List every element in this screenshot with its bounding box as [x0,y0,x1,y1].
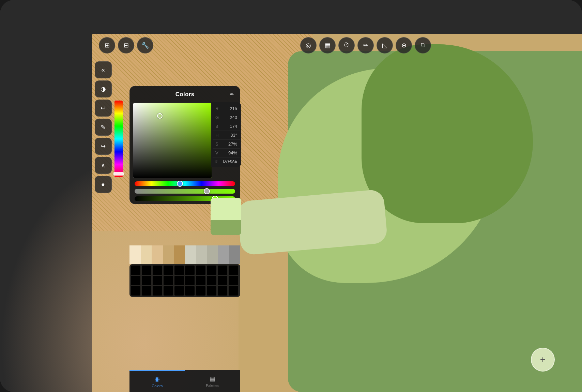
hue-strip-marker [113,172,124,176]
swatch-item[interactable] [218,245,229,264]
toolbar-center-group: ◎ ▦ ⏱ ✏ ◺ ⊖ ⧉ [156,37,575,54]
undo-button[interactable]: ↩ [95,100,112,117]
hex-value-row: # D7F0AE [213,157,240,165]
brush-tool-button[interactable]: ✎ [95,119,112,136]
grid-swatch-item[interactable] [229,266,238,275]
grid-swatch-item[interactable] [207,266,216,275]
grid-swatch-item[interactable] [196,276,205,285]
grid-large-icon: ⊟ [124,42,129,49]
swatch-item[interactable] [185,245,196,264]
back-button[interactable]: « [95,61,112,78]
grid-swatch-item[interactable] [164,276,173,285]
preview-previous-color [211,220,241,235]
swatch-item[interactable] [163,245,174,264]
grid-swatch-item[interactable] [185,286,195,296]
panel-header: Colors ✒ [130,86,240,103]
palettes-tab-label: Palettes [206,383,219,388]
picker-gradient-bg [133,103,212,178]
s-value: 27% [228,141,237,147]
grid-swatch-item[interactable] [229,276,238,285]
left-sidebar: « ◑ ↩ ✎ ↪ ∧ ● [92,58,114,196]
tab-colors[interactable]: ◉ Colors [129,370,185,392]
clock-icon: ⏱ [343,42,350,49]
settings-button[interactable]: 🔧 [137,37,153,54]
swatch-item[interactable] [196,245,207,264]
colors-tab-label: Colors [152,384,163,388]
grid-swatch-item[interactable] [174,276,184,285]
grid-swatch-item[interactable] [218,266,227,275]
hue-slider[interactable] [135,181,235,186]
grid-swatch-item[interactable] [218,286,227,296]
smooth-button[interactable]: ∧ [95,157,112,174]
swatch-item[interactable] [129,245,141,264]
saturation-slider[interactable] [135,189,235,194]
grid-swatch-item[interactable] [196,266,205,275]
hex-value: D7F0AE [223,159,237,163]
r-label: R [215,106,218,111]
clock-button[interactable]: ⏱ [338,37,355,54]
grid-swatch-item[interactable] [131,266,140,275]
color-disc-button[interactable]: ◑ [95,80,112,97]
grid-swatch-item[interactable] [164,266,173,275]
grid-swatch-item[interactable] [131,276,140,285]
eyedropper-button[interactable]: ✒ [229,91,234,98]
grid-swatch-item[interactable] [153,276,162,285]
grid-swatches [129,264,240,297]
erase-button[interactable]: ◺ [377,37,393,54]
grid-swatch-item[interactable] [207,286,216,296]
g-value: 240 [230,115,237,120]
grid-swatch-item[interactable] [174,266,184,275]
swatch-item[interactable] [141,245,152,264]
swatch-item[interactable] [207,245,218,264]
brush-icon: ✏ [363,42,368,49]
grid-swatch-item[interactable] [131,286,140,296]
grid-swatch-item[interactable] [218,276,227,285]
grid-swatch-item[interactable] [196,286,205,296]
fab-plus-icon: + [540,354,546,365]
minus-icon: ⊖ [401,42,407,49]
bottom-tabs: ◉ Colors ▦ Palettes [129,370,240,392]
grid-swatch-item[interactable] [185,276,195,285]
grid-small-icon: ⊞ [105,42,110,49]
large-grid-button[interactable]: ⊟ [118,37,134,54]
h-value-row: H 83° [213,131,240,140]
toolbar-left-group: ⊞ ⊟ 🔧 [99,37,153,54]
tab-palettes[interactable]: ▦ Palettes [185,370,241,392]
target-button[interactable]: ◎ [300,37,317,54]
redo-button[interactable]: ↪ [95,138,112,155]
grid-swatch-item[interactable] [164,286,173,296]
top-toolbar: ⊞ ⊟ 🔧 ◎ ▦ ⏱ ✏ ◺ [92,34,582,56]
hue-strip[interactable] [114,101,123,177]
grid-swatch-item[interactable] [229,286,238,296]
swatch-item[interactable] [229,245,241,264]
dot-button[interactable]: ● [95,176,112,193]
copy-button[interactable]: ⧉ [415,37,431,54]
panel-title: Colors [175,91,195,98]
grid-swatch-item[interactable] [142,286,151,296]
grid-swatch-item[interactable] [207,276,216,285]
hue-slider-thumb [177,181,183,187]
g-label: G [215,115,219,120]
hatch-icon: ▦ [325,42,331,49]
fab-button[interactable]: + [531,348,555,372]
r-value: 215 [230,106,237,111]
grid-swatch-item[interactable] [174,286,184,296]
undo-icon: ↩ [101,104,106,112]
colors-tab-icon: ◉ [154,375,160,383]
grid-swatch-item[interactable] [142,266,151,275]
color-picker-gradient[interactable] [133,103,212,178]
swatch-item[interactable] [152,245,163,264]
brush-button[interactable]: ✏ [357,37,374,54]
color-preview-box [211,198,241,235]
small-grid-button[interactable]: ⊞ [99,37,115,54]
v-value-row: V 94% [213,149,240,157]
grid-swatch-item[interactable] [153,286,162,296]
minus-button[interactable]: ⊖ [396,37,412,54]
swatch-item[interactable] [174,245,185,264]
grid-swatch-item[interactable] [185,266,195,275]
grid-swatch-item[interactable] [142,276,151,285]
grid-swatch-item[interactable] [153,266,162,275]
hatch-button[interactable]: ▦ [319,37,336,54]
r-value-row: R 215 [213,104,240,113]
back-icon: « [101,66,105,74]
